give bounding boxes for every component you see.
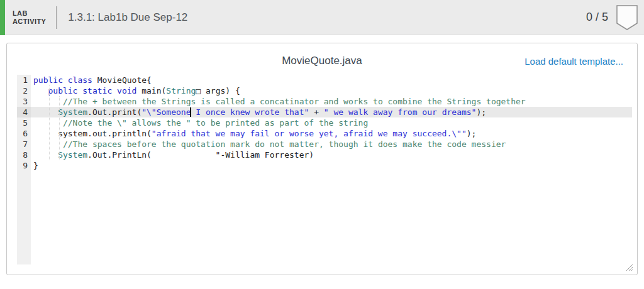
load-default-template-link[interactable]: Load default template... [525, 56, 623, 67]
code-token [33, 107, 58, 117]
lab-activity-label-line1: LAB [13, 9, 46, 18]
line-number: 7 [17, 139, 31, 150]
code-token: + [309, 107, 323, 117]
code-token: □ args) { [196, 86, 240, 95]
activity-accent-bar [0, 0, 5, 35]
activity-title: 1.3.1: Lab1b Due Sep-12 [68, 11, 187, 24]
code-token: class [68, 75, 92, 85]
code-token: String [166, 86, 196, 95]
code-token [33, 118, 63, 128]
code-token: .Out.print( [87, 107, 142, 117]
code-token [112, 86, 117, 95]
line-number: 4 [17, 107, 31, 117]
code-token: ); [476, 107, 486, 117]
score-text: 0 / 5 [586, 11, 608, 24]
code-line[interactable]: //The spaces before the quotation mark d… [31, 139, 632, 150]
code-line[interactable]: //Note the \" allows the " to be printed… [31, 117, 632, 128]
code-token [33, 139, 63, 149]
editor-card: MovieQuote.java Load default template...… [6, 43, 638, 275]
code-token [33, 150, 58, 160]
code-token: //The + between the Strings is called a … [63, 97, 526, 106]
resize-handle-icon[interactable] [624, 262, 634, 272]
code-token: "afraid that we may fail or worse yet, a… [152, 129, 467, 138]
code-token: public [48, 86, 77, 95]
code-editor[interactable]: 123456789 public class MovieQuote{ publi… [17, 75, 632, 264]
gutter: 123456789 [17, 75, 31, 264]
code-line[interactable]: system.out.println("afraid that we may f… [31, 128, 632, 139]
code-line[interactable]: public class MovieQuote{ [31, 75, 632, 85]
code-token: ); [467, 129, 477, 138]
code-line[interactable]: } [31, 160, 632, 171]
code-token [63, 75, 68, 85]
code-token: //Note the \" allows the " to be printed… [63, 118, 368, 128]
activity-header: LAB ACTIVITY 1.3.1: Lab1b Due Sep-12 0 /… [0, 0, 644, 35]
code-token [33, 97, 63, 106]
code-token [33, 86, 48, 95]
line-number: 9 [17, 160, 31, 171]
line-number: 3 [17, 96, 31, 107]
code-token: "\"Someone [142, 107, 191, 117]
code-token: "-William Forrester) [152, 150, 314, 160]
code-line[interactable]: //The + between the Strings is called a … [31, 96, 632, 107]
line-number: 8 [17, 150, 31, 160]
code-token: MovieQuote{ [92, 75, 152, 85]
code-token: I once knew wrote that" [191, 107, 309, 117]
line-number: 6 [17, 128, 31, 139]
code-token: public [33, 75, 63, 85]
line-number: 5 [17, 117, 31, 128]
code-token: main( [136, 86, 166, 95]
lab-activity-label: LAB ACTIVITY [13, 9, 46, 26]
code-area[interactable]: public class MovieQuote{ public static v… [31, 75, 632, 264]
code-token: static [82, 86, 112, 95]
code-token: System [58, 107, 87, 117]
code-token: system.out.println( [33, 129, 152, 138]
code-token: .Out.PrintLn( [87, 150, 152, 160]
code-token: //The spaces before the quotation mark d… [63, 139, 506, 149]
code-token: void [117, 86, 136, 95]
line-number: 2 [17, 85, 31, 96]
code-line[interactable]: System.Out.PrintLn( "-William Forrester) [31, 150, 632, 160]
line-number: 1 [17, 75, 31, 85]
header-divider [56, 6, 57, 29]
score-shield-icon [616, 5, 638, 30]
code-line[interactable]: System.Out.print("\"Someone I once knew … [31, 107, 632, 117]
editor-card-header: MovieQuote.java Load default template... [7, 43, 637, 75]
code-token: } [33, 161, 38, 170]
code-token: " we walk away from our dreams" [324, 107, 477, 117]
code-line[interactable]: public static void main(String□ args) { [31, 85, 632, 96]
code-token: System [58, 150, 87, 160]
lab-activity-label-line2: ACTIVITY [13, 18, 46, 26]
